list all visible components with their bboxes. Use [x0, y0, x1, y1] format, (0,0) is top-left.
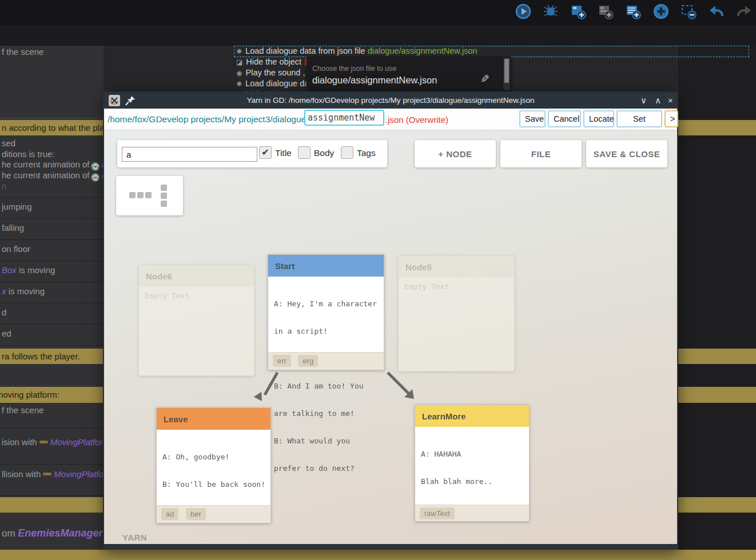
node-title: Start — [268, 255, 384, 277]
file-suffix-overwrite: .json (Overwrite) — [385, 115, 448, 125]
dialogue-line: Blah blah more.. — [421, 477, 526, 486]
event-action-row[interactable]: ◪Hide the object — [236, 57, 310, 66]
tags-checkbox-label: Tags — [357, 148, 376, 158]
tag-chip[interactable]: ad — [161, 508, 178, 520]
tag-chip[interactable]: rawText — [420, 507, 455, 519]
locate-button[interactable]: Locate — [583, 110, 614, 127]
divider — [0, 427, 104, 428]
window-close-icon[interactable]: × — [668, 95, 673, 105]
add-object-icon[interactable] — [570, 3, 587, 20]
event-action-row[interactable]: ✺Load dialogue dat — [236, 79, 311, 88]
sound-icon: ◉ — [236, 69, 242, 77]
yarn-ball-icon: ✺ — [236, 80, 242, 88]
scrollbar[interactable] — [503, 58, 510, 90]
dialogue-line: in a script! — [274, 327, 380, 336]
file-path-text: /home/fox/GDevelop projects/My project3/… — [108, 114, 309, 125]
search-input[interactable] — [122, 147, 257, 162]
window-title: Yarn in GD: /home/fox/GDevelop projects/… — [104, 96, 677, 105]
condition-row: llision withMovingPlatform — [2, 469, 114, 479]
add-node-button[interactable]: + NODE — [415, 140, 496, 167]
yarn-window-titlebar[interactable]: Yarn in GD: /home/fox/GDevelop projects/… — [104, 93, 677, 109]
node-title: Leave — [157, 408, 270, 430]
dialogue-node-node6[interactable]: Node6 Empty Text — [138, 265, 254, 376]
align-vertical-icon[interactable] — [161, 193, 167, 199]
redo-icon — [735, 3, 753, 20]
tag-chip[interactable]: erg — [298, 355, 318, 367]
dialogue-line: B: What would you — [274, 437, 380, 446]
dialogue-line: B: You'll be back soon! — [162, 480, 267, 489]
save-button[interactable]: Save — [519, 110, 546, 127]
node-body: A: HAHAHA Blah blah more.. — [421, 431, 526, 505]
event-text: sed — [2, 138, 15, 148]
event-text: n — [2, 181, 6, 191]
arrange-widget — [116, 176, 183, 215]
divider — [0, 324, 104, 325]
popup-value[interactable]: dialogue/assignmentNew.json — [312, 75, 437, 86]
add-circle-icon[interactable] — [652, 3, 670, 20]
dialogue-node-learnmore[interactable]: LearnMore A: HAHAHA Blah blah more.. raw… — [415, 405, 530, 522]
node-title: LearnMore — [415, 405, 529, 427]
tags-checkbox[interactable] — [341, 146, 353, 159]
event-text: x is moving — [2, 286, 45, 296]
tag-chip[interactable]: err — [273, 355, 291, 367]
event-text: jumping — [2, 202, 32, 211]
set-folder-button[interactable]: Set Folder — [616, 110, 662, 127]
scrollbar-thumb[interactable] — [504, 59, 509, 83]
search-panel: ✔ Title Body Tags — [117, 140, 387, 167]
hide-object-icon: ◪ — [236, 58, 242, 66]
title-checkbox[interactable]: ✔ — [259, 146, 272, 159]
window-minimize-icon[interactable]: ∨ — [640, 95, 647, 106]
dialogue-node-leave[interactable]: Leave A: Oh, goodbye! B: You'll be back … — [156, 407, 271, 523]
add-object-disabled-icon — [597, 3, 614, 20]
dialogue-line: A: HAHAHA — [421, 450, 526, 459]
undo-icon[interactable] — [708, 3, 725, 20]
divider — [0, 464, 104, 465]
play-preview-icon[interactable] — [515, 3, 532, 20]
cancel-button[interactable]: Cancel — [548, 110, 581, 127]
align-horizontal-icon[interactable] — [129, 192, 136, 198]
popup-hint: Choose the json file to use — [312, 65, 396, 73]
event-action-row[interactable]: ◉Play the sound , v — [236, 68, 312, 77]
dialogue-line: prefer to do next? — [274, 464, 380, 473]
remove-selection-icon[interactable] — [680, 3, 697, 20]
window-maximize-icon[interactable]: ∧ — [655, 95, 661, 106]
save-and-close-button[interactable]: SAVE & CLOSE — [586, 140, 667, 167]
dialogue-line: A: Hey, I'm a character — [274, 299, 380, 309]
event-text: moving platform: — [0, 390, 59, 399]
event-text: Box is moving — [2, 265, 55, 275]
dialogue-line: A: Oh, goodbye! — [162, 453, 267, 462]
align-vertical-icon[interactable] — [161, 201, 167, 207]
window-bottom-border — [104, 544, 677, 549]
edit-pencil-icon[interactable]: ✎ — [480, 73, 490, 86]
event-text: ra follows the player. — [2, 351, 80, 361]
file-menu-button[interactable]: FILE — [500, 140, 582, 167]
dialogue-node-node5[interactable]: Node5 Empty Text — [398, 255, 515, 371]
filename-input[interactable] — [304, 110, 384, 126]
file-path-bar: /home/fox/GDevelop projects/My project3/… — [104, 109, 677, 130]
body-checkbox[interactable] — [298, 146, 311, 159]
yarn-editor-window: Yarn in GD: /home/fox/GDevelop projects/… — [103, 91, 678, 550]
yarn-watermark: YARN — [122, 533, 147, 542]
more-button[interactable]: > — [665, 110, 678, 127]
align-horizontal-icon[interactable] — [145, 192, 152, 198]
divider — [0, 495, 104, 496]
align-horizontal-icon[interactable] — [137, 192, 144, 198]
selected-event-outline — [234, 46, 749, 57]
divider — [0, 303, 104, 303]
main-toolbar — [0, 0, 756, 25]
align-vertical-icon[interactable] — [161, 185, 167, 191]
divider — [0, 345, 104, 346]
event-text: falling — [2, 223, 24, 233]
divider — [0, 218, 104, 219]
body-checkbox-label: Body — [314, 148, 334, 158]
player-object-icon: 👻 — [91, 162, 100, 171]
add-event-icon[interactable] — [624, 3, 642, 20]
dialogue-node-start[interactable]: Start A: Hey, I'm a character in a scrip… — [268, 254, 384, 370]
tag-chip[interactable]: ber — [186, 508, 206, 520]
event-text: f the scene — [2, 405, 43, 415]
node-tags-footer: ad ber — [157, 505, 270, 523]
debug-icon[interactable] — [542, 3, 559, 20]
node-body: Empty Text — [145, 291, 250, 301]
node-title: Node5 — [399, 256, 514, 278]
condition-row: he current animation of👻Pl — [2, 170, 109, 182]
